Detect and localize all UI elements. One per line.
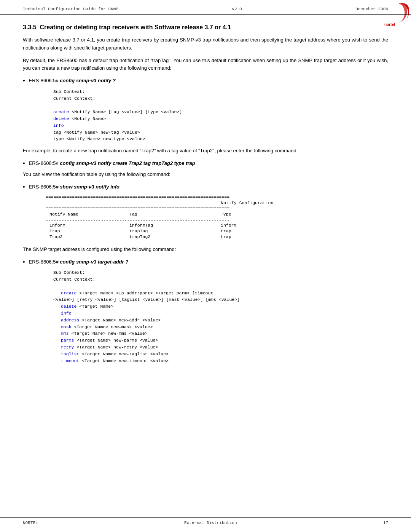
code2-timeout: timeout [61,358,79,363]
bullet-dot-3: • [23,183,25,190]
footer-center: External Distribution [184,521,237,525]
code-delete-1: delete [53,116,69,121]
table-row-3: Trap2 trapTag2 trap [46,234,388,240]
page-header: Technical Configuration Guide for SNMP v… [0,0,411,15]
code2-address-rest: <Target Name> new-addr <value> [79,318,161,323]
row1-tag: informTag [129,223,221,228]
col-header-type: Type [221,212,231,217]
bullet-text-2: ERS-8606:5# config snmp-v3 notify create… [29,160,195,167]
notify-table: ========================================… [46,195,388,240]
table-dash-line: ----------------------------------------… [46,217,388,222]
code-block-1: Sub-Context: Current Context: create <No… [53,88,388,143]
bullet-dot-2: • [23,160,25,167]
footer-left: NORTEL [23,521,38,525]
code2-address: address [61,318,79,323]
code2-mask-rest: <Target Name> new-mask <value> [72,324,153,329]
table-row-2: Trap trapTag trap [46,228,388,234]
list-item-4: • ERS-8606:5# config snmp-v3 target-addr… [23,258,388,266]
table-row-1: Inform informTag inform [46,222,388,228]
code-create-1: create [53,109,69,114]
bullet-list-1: • ERS-8606:5# config snmp-v3 notify ? [23,77,388,85]
code-type-1: type <Notify Name> new-type <value> [53,136,145,141]
row3-tag: trapTag2 [129,234,221,239]
list-item-3: • ERS-8606:5# show snmp-v3 notify info [23,183,388,191]
bullet-text-3: ERS-8606:5# show snmp-v3 notify info [29,183,119,191]
header-date: December 2006 [355,7,388,11]
table-title: Notify Configuration [46,200,388,206]
bullet-list-2: • ERS-8606:5# config snmp-v3 notify crea… [23,160,388,167]
paragraph-4: You can view the notification table by u… [23,171,388,179]
list-item-2: • ERS-8606:5# config snmp-v3 notify crea… [23,160,388,167]
bullet-dot-1: • [23,77,25,84]
code2-timeout-rest: <Target Name> new-timeout <value> [79,358,169,363]
code2-retry-rest: <Target Name> new-retry <value> [74,345,158,350]
bullet-list-4: • ERS-8606:5# config snmp-v3 target-addr… [23,258,388,266]
code2-create-cont: <value>] [retry <value>] [taglist <value… [53,297,240,302]
table-middle-line: ========================================… [46,206,388,211]
header-version: v2.0 [232,7,242,11]
row1-name: Inform [46,223,129,228]
code2-info: info [61,311,72,316]
code-line-current: Current Context: [53,96,95,101]
section-heading: 3.3.5 Creating or deleting trap receiver… [23,24,388,31]
bullet-text-1: ERS-8606:5# config snmp-v3 notify ? [29,77,116,85]
row3-name: Trap2 [46,234,129,239]
bullet-list-3: • ERS-8606:5# show snmp-v3 notify info [23,183,388,191]
code-create-1-rest: <Notify Name> [tag <value>] [type <value… [69,109,182,114]
row2-type: trap [221,228,231,233]
page-footer: NORTEL External Distribution 17 [0,517,411,525]
bullet-dot-4: • [23,258,25,265]
code-block-2: Sub-Context: Current Context: create <Ta… [53,269,388,364]
code2-parms: parms [61,338,74,343]
code2-taglist: taglist [61,351,79,356]
code2-parms-rest: <Target Name> new-parms <value> [74,338,158,343]
list-item-1: • ERS-8606:5# config snmp-v3 notify ? [23,77,388,85]
code2-taglist-rest: <Target Name> new-taglist <value> [79,351,169,356]
code-tag-1: tag <Notify Name> new-tag <value> [53,130,140,135]
table-header-row: Notify Name Tag Type [46,211,388,217]
page: nortel Technical Configuration Guide for… [0,0,411,532]
code-line-sub: Sub-Context: [53,89,85,94]
footer-page-number: 17 [383,521,388,525]
code-delete-1-rest: <Notify Name> [69,116,106,121]
code-info-1: info [53,123,64,128]
table-top-line: ========================================… [46,195,388,200]
code2-delete-rest: <Target Name> [76,304,113,309]
paragraph-2: By default, the ERS8600 has a default tr… [23,57,388,73]
row3-type: trap [221,234,231,239]
main-content: 3.3.5 Creating or deleting trap receiver… [0,15,411,391]
code2-create-rest: <Target Name> <Ip addr:port> <Target par… [76,291,213,296]
row1-type: inform [221,223,236,228]
code2-mms: mms [61,331,69,336]
bullet-text-4: ERS-8606:5# config snmp-v3 target-addr ? [29,258,129,266]
paragraph-1: With software release 3.7 or 4.1, you cr… [23,36,388,52]
paragraph-5: The SNMP target address is configured us… [23,246,388,254]
header-left-text: Technical Configuration Guide for SNMP [23,7,118,11]
code2-sub: Sub-Context: [53,270,85,275]
code2-delete: delete [61,304,76,309]
paragraph-3: For example, to create a new trap notifi… [23,147,388,155]
svg-text:nortel: nortel [384,22,395,27]
code2-mms-rest: <Target Name> new-mms <value> [69,331,148,336]
col-header-name: Notify Name [46,212,129,217]
row2-name: Trap [46,228,129,233]
code2-retry: retry [61,345,74,350]
col-header-tag: Tag [129,212,221,217]
row2-tag: trapTag [129,228,221,233]
code2-mask: mask [61,324,72,329]
code2-current: Current Context: [53,277,95,282]
code2-create: create [61,291,76,296]
